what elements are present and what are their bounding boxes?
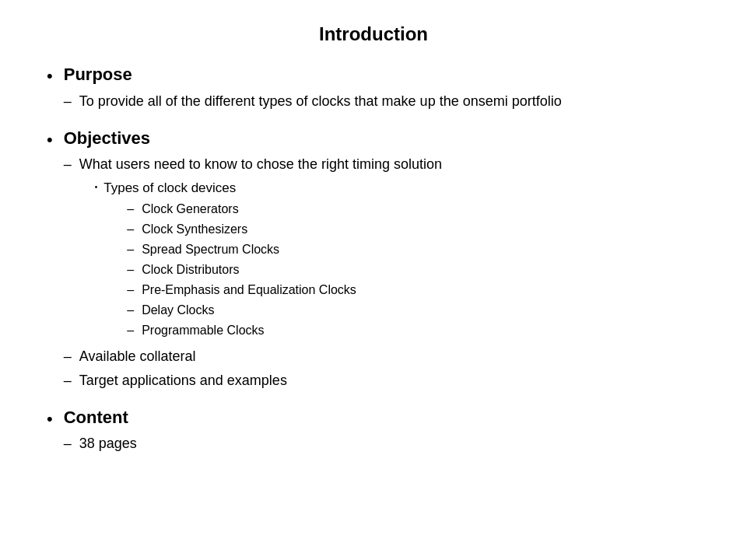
section-content-label: Content [64, 407, 137, 429]
purpose-items: – To provide all of the different types … [64, 91, 562, 112]
list-item: – 38 pages [64, 433, 137, 454]
l1-bullet-content: • [47, 408, 53, 431]
l4-dash: – [127, 240, 134, 259]
l1-bullet-objectives: • [47, 129, 53, 152]
objectives-items: – What users need to know to chose the r… [64, 154, 442, 391]
list-item: – To provide all of the different types … [64, 91, 562, 112]
l4-dash: – [127, 281, 134, 299]
section-objectives-content: Objectives – What users need to know to … [64, 128, 442, 394]
list-item: – Pre-Emphasis and Equalization Clocks [127, 281, 356, 299]
list-item: – What users need to know to chose the r… [64, 154, 442, 343]
section-purpose-content: Purpose – To provide all of the differen… [64, 64, 562, 115]
clock-type-delay: Delay Clocks [142, 301, 214, 320]
clock-type-pre-emphasis: Pre-Emphasis and Equalization Clocks [142, 281, 356, 299]
l1-bullet-purpose: • [47, 65, 53, 88]
section-objectives: • Objectives – What users need to know t… [47, 128, 700, 394]
page-title: Introduction [47, 23, 700, 45]
section-purpose-label: Purpose [64, 64, 562, 86]
objectives-item-text-2: Available collateral [79, 346, 196, 367]
clock-type-distributors: Clock Distributors [142, 261, 239, 279]
list-item: • Types of clock devices – Clock Generat… [95, 178, 442, 341]
objectives-subitem-1: What users need to know to chose the rig… [79, 154, 442, 343]
l2-dash: – [64, 346, 72, 367]
content-items: – 38 pages [64, 433, 137, 454]
section-purpose: • Purpose – To provide all of the differ… [47, 64, 700, 115]
list-item: – Clock Distributors [127, 261, 356, 279]
section-objectives-label: Objectives [64, 128, 442, 150]
list-item: – Clock Synthesizers [127, 220, 356, 239]
clock-type-spread-spectrum: Spread Spectrum Clocks [142, 240, 279, 259]
l4-dash: – [127, 261, 134, 279]
clock-types-list: • Types of clock devices – Clock Generat… [95, 178, 442, 341]
content-item-pages: 38 pages [79, 433, 137, 454]
list-item: – Spread Spectrum Clocks [127, 240, 356, 259]
l4-dash: – [127, 200, 134, 219]
list-item: – Delay Clocks [127, 301, 356, 320]
purpose-item-text: To provide all of the different types of… [79, 91, 562, 112]
objectives-item-text-3: Target applications and examples [79, 370, 287, 391]
l2-dash: – [64, 433, 72, 454]
clock-type-entries: – Clock Generators – Clock Synthesizers [127, 200, 356, 340]
clock-types-label: Types of clock devices [103, 180, 236, 195]
list-item: – Programmable Clocks [127, 321, 356, 340]
list-item: – Target applications and examples [64, 370, 442, 391]
page: Introduction • Purpose – To provide all … [0, 0, 747, 560]
clock-type-synthesizers: Clock Synthesizers [142, 220, 247, 239]
l4-dash: – [127, 301, 134, 320]
l2-dash: – [64, 154, 72, 175]
l2-dash: – [64, 91, 72, 112]
content-area: • Purpose – To provide all of the differ… [47, 64, 700, 537]
clock-type-programmable: Programmable Clocks [142, 321, 264, 340]
clock-types-content: Types of clock devices – Clock Generator… [103, 178, 356, 341]
objectives-item-text-1: What users need to know to chose the rig… [79, 156, 442, 172]
section-content-body: Content – 38 pages [64, 407, 137, 458]
l2-dash: – [64, 370, 72, 391]
section-content: • Content – 38 pages [47, 407, 700, 458]
l4-dash: – [127, 321, 134, 340]
clock-type-generators: Clock Generators [142, 200, 239, 219]
list-item: – Clock Generators [127, 200, 356, 219]
l3-bullet: • [95, 183, 98, 191]
list-item: – Available collateral [64, 346, 442, 367]
l4-dash: – [127, 220, 134, 239]
